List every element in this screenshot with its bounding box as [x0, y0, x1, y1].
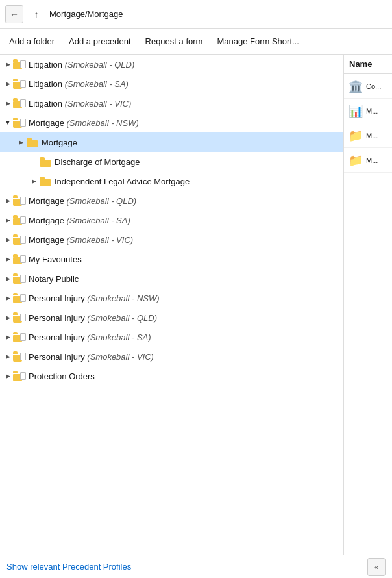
folder-icon-notary	[13, 273, 26, 284]
expand-arrow-ila: ▶	[29, 176, 39, 186]
item-label-pi-vic: Personal Injury (Smokeball - VIC)	[29, 352, 154, 362]
tree-item-pi-vic[interactable]: ▶ Personal Injury (Smokeball - VIC)	[0, 347, 343, 366]
tree-item-discharge[interactable]: Discharge of Mortgage	[0, 152, 343, 171]
right-item-2[interactable]: 📊 M...	[344, 99, 392, 123]
item-label-discharge: Discharge of Mortgage	[55, 157, 140, 167]
tree-item-notary[interactable]: ▶ Notary Public	[0, 269, 343, 288]
folder-icon-mortgage-nsw	[13, 118, 26, 128]
folder-icon-pi-nsw	[13, 293, 26, 303]
tree-item-mortgage-vic[interactable]: ▶ Mortgage (Smokeball - VIC)	[0, 230, 343, 249]
tree-item-lit-sa[interactable]: ▶ Litigation (Smokeball - SA)	[0, 74, 343, 94]
expand-arrow-mortgage-nsw: ▼	[3, 118, 13, 128]
folder-icon-discharge	[39, 157, 52, 167]
nav-path: Mortgage/Mortgage	[49, 9, 387, 19]
folder-icon-mortgage-qld	[13, 195, 26, 206]
toolbar: Add a folder Add a precedent Request a f…	[0, 29, 392, 55]
expand-arrow-my-fav: ▶	[3, 254, 13, 264]
right-item-1[interactable]: 🏛️ Co...	[344, 74, 392, 99]
tree-item-pi-nsw[interactable]: ▶ Personal Injury (Smokeball - NSW)	[0, 288, 343, 308]
folder-icon-pi-vic	[13, 351, 26, 362]
add-folder-button[interactable]: Add a folder	[3, 33, 61, 49]
tree-item-protection[interactable]: ▶ Protection Orders	[0, 366, 343, 386]
item-label-mortgage-qld: Mortgage (Smokeball - QLD)	[29, 196, 136, 206]
folder-icon-lit-vic	[13, 98, 26, 108]
bottom-bar: Show relevant Precedent Profiles «	[0, 555, 392, 578]
tree-item-lit-qld[interactable]: ▶ Litigation (Smokeball - QLD)	[0, 55, 343, 74]
right-item-4[interactable]: 📁 M...	[344, 148, 392, 173]
expand-arrow-mortgage-vic: ▶	[3, 234, 13, 245]
tree-item-pi-sa[interactable]: ▶ Personal Injury (Smokeball - SA)	[0, 327, 343, 347]
main-area: ▶ Litigation (Smokeball - QLD)▶ Litigati…	[0, 55, 392, 578]
expand-arrow-lit-sa: ▶	[3, 79, 13, 89]
right-item-icon-3: 📁	[348, 128, 363, 144]
tree-item-my-fav[interactable]: ▶ My Favourites	[0, 249, 343, 269]
right-item-3[interactable]: 📁 M...	[344, 123, 392, 148]
tree-item-ila[interactable]: ▶ Independent Legal Advice Mortgage	[0, 171, 343, 191]
up-icon: ↑	[34, 9, 39, 19]
item-label-pi-nsw: Personal Injury (Smokeball - NSW)	[29, 294, 160, 303]
tree-panel[interactable]: ▶ Litigation (Smokeball - QLD)▶ Litigati…	[0, 55, 343, 578]
collapse-button[interactable]: «	[367, 558, 386, 576]
folder-icon-pi-qld	[13, 312, 26, 323]
item-label-pi-qld: Personal Injury (Smokeball - QLD)	[29, 313, 157, 323]
item-label-mortgage-vic: Mortgage (Smokeball - VIC)	[29, 235, 133, 245]
right-item-text-2: M...	[366, 107, 378, 115]
expand-arrow-pi-sa: ▶	[3, 332, 13, 342]
folder-icon-lit-sa	[13, 79, 26, 89]
right-item-text-1: Co...	[366, 82, 381, 90]
expand-arrow-lit-vic: ▶	[3, 98, 13, 108]
folder-icon-lit-qld	[13, 59, 26, 69]
back-button[interactable]: ←	[5, 5, 23, 23]
add-precedent-button[interactable]: Add a precedent	[62, 33, 137, 49]
item-label-mortgage-main: Mortgage	[42, 138, 77, 147]
expand-arrow-lit-qld: ▶	[3, 59, 13, 69]
item-label-lit-vic: Litigation (Smokeball - VIC)	[29, 99, 131, 108]
tree-item-mortgage-sa[interactable]: ▶ Mortgage (Smokeball - SA)	[0, 210, 343, 230]
folder-icon-my-fav	[13, 254, 26, 264]
item-label-protection: Protection Orders	[29, 371, 95, 381]
up-button[interactable]: ↑	[27, 5, 45, 23]
item-label-notary: Notary Public	[29, 274, 79, 284]
folder-icon-ila	[39, 176, 52, 186]
folder-icon-mortgage-vic	[13, 234, 26, 245]
request-form-button[interactable]: Request a form	[139, 33, 210, 49]
expand-arrow-pi-nsw: ▶	[3, 293, 13, 303]
tree-item-pi-qld[interactable]: ▶ Personal Injury (Smokeball - QLD)	[0, 308, 343, 327]
nav-bar: ← ↑ Mortgage/Mortgage	[0, 0, 392, 29]
right-item-icon-1: 🏛️	[348, 79, 363, 94]
tree-item-lit-vic[interactable]: ▶ Litigation (Smokeball - VIC)	[0, 94, 343, 113]
item-label-ila: Independent Legal Advice Mortgage	[55, 177, 190, 186]
expand-arrow-mortgage-qld: ▶	[3, 195, 13, 206]
item-label-pi-sa: Personal Injury (Smokeball - SA)	[29, 333, 151, 342]
right-panel-header: Name	[344, 55, 392, 74]
right-item-text-3: M...	[366, 132, 378, 140]
right-item-text-4: M...	[366, 157, 378, 164]
expand-arrow-protection: ▶	[3, 371, 13, 381]
tree-item-mortgage-qld[interactable]: ▶ Mortgage (Smokeball - QLD)	[0, 191, 343, 210]
folder-icon-mortgage-sa	[13, 215, 26, 225]
expand-arrow-mortgage-main: ▶	[16, 137, 26, 147]
item-label-lit-qld: Litigation (Smokeball - QLD)	[29, 60, 134, 69]
expand-arrow-notary: ▶	[3, 273, 13, 284]
item-label-mortgage-sa: Mortgage (Smokeball - SA)	[29, 216, 130, 225]
item-label-my-fav: My Favourites	[29, 255, 82, 264]
right-item-icon-4: 📁	[348, 153, 363, 168]
tree-item-mortgage-nsw[interactable]: ▼ Mortgage (Smokeball - NSW)	[0, 113, 343, 132]
right-item-icon-2: 📊	[348, 103, 363, 119]
expand-arrow-discharge	[29, 157, 39, 167]
back-icon: ←	[10, 9, 19, 19]
item-label-mortgage-nsw: Mortgage (Smokeball - NSW)	[29, 118, 139, 128]
folder-icon-pi-sa	[13, 332, 26, 342]
expand-arrow-pi-vic: ▶	[3, 351, 13, 362]
folder-icon-protection	[13, 371, 26, 381]
item-label-lit-sa: Litigation (Smokeball - SA)	[29, 79, 129, 89]
manage-form-short-button[interactable]: Manage Form Short...	[210, 33, 305, 49]
folder-icon-mortgage-main	[26, 137, 39, 147]
right-panel: Name 🏛️ Co... 📊 M... 📁 M... 📁 M...	[343, 55, 392, 578]
tree-item-mortgage-main[interactable]: ▶ Mortgage	[0, 132, 343, 152]
expand-arrow-pi-qld: ▶	[3, 312, 13, 323]
show-relevant-link[interactable]: Show relevant Precedent Profiles	[6, 562, 131, 572]
expand-arrow-mortgage-sa: ▶	[3, 215, 13, 225]
